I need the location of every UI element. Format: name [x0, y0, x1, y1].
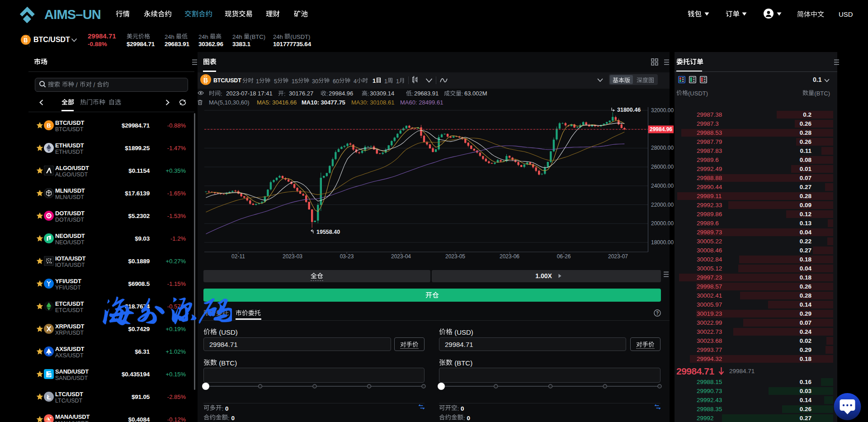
svg-text:24000.00: 24000.00: [651, 183, 674, 189]
svg-text:26000.00: 26000.00: [651, 164, 674, 170]
svg-text:?: ?: [656, 311, 659, 316]
svg-text:19558.40: 19558.40: [316, 229, 340, 235]
svg-text:2023-03: 2023-03: [283, 253, 302, 260]
svg-text:02-11: 02-11: [231, 253, 245, 260]
svg-text:2023-05: 2023-05: [445, 253, 465, 260]
svg-text:18000.00: 18000.00: [651, 239, 674, 246]
svg-text:2023-06: 2023-06: [500, 253, 519, 260]
svg-text:28000.00: 28000.00: [651, 145, 674, 151]
svg-text:B: B: [47, 122, 51, 129]
svg-text:22000.00: 22000.00: [651, 202, 674, 208]
svg-text:2023-04: 2023-04: [391, 253, 411, 260]
svg-text:2023-07: 2023-07: [608, 253, 628, 260]
svg-text:06-26: 06-26: [557, 253, 571, 260]
svg-text:20000.00: 20000.00: [651, 220, 674, 227]
svg-text:Ł: Ł: [47, 393, 51, 401]
svg-text:B: B: [203, 76, 208, 84]
svg-text:31800.46: 31800.46: [617, 107, 641, 113]
svg-text:03-23: 03-23: [340, 253, 354, 260]
svg-text:B: B: [24, 37, 28, 43]
svg-text:29984.96: 29984.96: [650, 126, 672, 133]
svg-text:32000.00: 32000.00: [651, 107, 674, 114]
